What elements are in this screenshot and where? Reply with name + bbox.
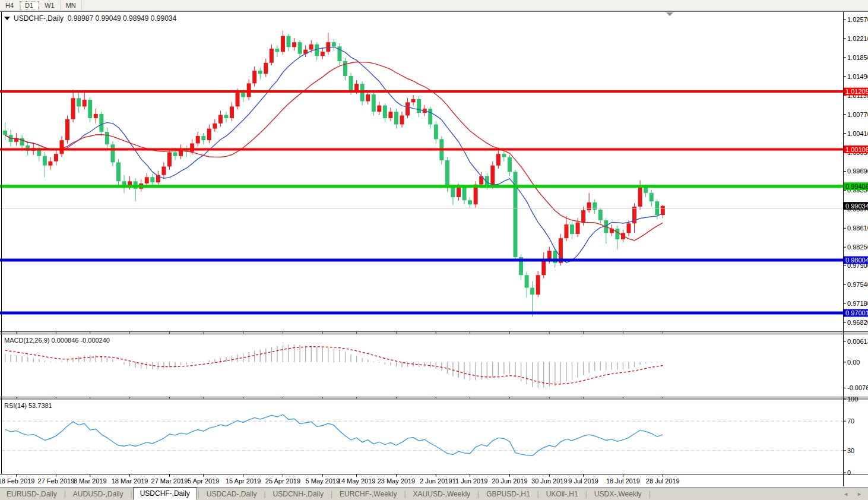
bull-candle-body: [65, 119, 69, 140]
date-label: 27 Feb 2019: [38, 477, 75, 485]
bear-candle-body: [530, 288, 534, 295]
date-label: 18 Mar 2019: [112, 477, 148, 485]
rsi-indicator-value: 53.7381: [28, 402, 52, 409]
bear-candle-body: [451, 188, 455, 197]
price-tick-label: 1.01490: [847, 73, 868, 80]
bull-candle-body: [377, 106, 381, 112]
bull-candle-body: [388, 112, 392, 118]
bull-candle-body: [207, 129, 211, 141]
date-label: 23 May 2019: [378, 477, 416, 485]
price-tick-label: 1.01850: [847, 54, 868, 61]
bear-candle-body: [110, 144, 115, 162]
bear-candle-body: [644, 188, 648, 193]
date-label: 18 Jul 2019: [606, 477, 640, 485]
bear-candle-body: [428, 109, 432, 125]
bull-candle-body: [638, 188, 642, 207]
bull-candle-body: [321, 52, 325, 56]
symbol-dropdown-icon[interactable]: [4, 17, 10, 20]
chart-tab-usdcad-daily[interactable]: USDCAD-,Daily: [200, 489, 264, 499]
bear-candle-body: [514, 172, 518, 257]
bull-candle-body: [60, 140, 64, 154]
bear-candle-body: [615, 229, 619, 239]
bear-candle-body: [394, 112, 398, 124]
chart-canvas[interactable]: 1.025701.022101.018501.014901.011301.007…: [0, 0, 868, 500]
bull-candle-body: [54, 154, 58, 161]
macd-indicator-label: MACD(12,26,9) 0.000846 -0.000240: [4, 337, 110, 344]
chart-tab-audusd-daily[interactable]: AUDUSD-,Daily: [66, 489, 130, 499]
tab-scroll-left-icon[interactable]: ◄: [843, 491, 848, 497]
ma-fast-line: [5, 47, 663, 262]
date-label: 9 Jul 2019: [568, 477, 598, 485]
bear-candle-body: [468, 200, 472, 204]
rsi-tick-label: 70: [847, 417, 854, 425]
price-tick-label: 0.98610: [847, 224, 868, 232]
date-label: 2 Jun 2019: [420, 477, 452, 485]
bear-candle-body: [88, 100, 92, 118]
bear-candle-body: [287, 36, 291, 48]
bear-candle-body: [3, 131, 7, 135]
tab-scroll-right-icon[interactable]: ►: [857, 491, 862, 497]
bear-candle-body: [224, 115, 228, 118]
chart-tab-gbpusd-h1[interactable]: GBPUSD-,H1: [480, 489, 536, 499]
rsi-tick-label: 0: [847, 469, 851, 476]
bear-candle-body: [525, 275, 529, 287]
chart-tab-eurchf-weekly[interactable]: EURCHF-,Weekly: [333, 489, 403, 499]
price-tick-label: 0.96820: [847, 319, 868, 326]
current-price-badge-text: 0.99034: [845, 202, 868, 210]
bull-candle-body: [236, 93, 240, 106]
bull-candle-body: [354, 84, 359, 91]
macd-histogram: [5, 344, 663, 388]
bull-candle-body: [196, 136, 200, 143]
bull-candle-body: [94, 114, 98, 118]
bear-candle-body: [570, 224, 574, 234]
bull-candle-body: [411, 99, 416, 102]
bear-candle-body: [201, 136, 205, 140]
bear-candle-body: [462, 188, 467, 200]
bear-candle-body: [275, 49, 279, 52]
price-tick-label: 1.02210: [847, 35, 868, 42]
bear-candle-body: [173, 153, 178, 156]
bull-candle-body: [230, 106, 234, 118]
rsi-tick-label: 100: [847, 395, 858, 403]
price-level-badge-text: 0.97001: [845, 309, 868, 317]
chart-shift-marker-icon[interactable]: [666, 12, 673, 16]
mt4-terminal-window: { "toolbar": { "timeframes": [ {"label":…: [0, 0, 868, 500]
bear-candle-body: [598, 210, 603, 220]
bull-candle-body: [218, 115, 223, 124]
chart-tab-ukoil-h1[interactable]: UKOil-,H1: [540, 489, 585, 499]
date-label: 15 Apr 2019: [226, 477, 261, 485]
price-level-badge-text: 1.01205: [845, 88, 868, 95]
rsi-tick-label: 30: [847, 447, 854, 454]
date-label: 5 May 2019: [306, 477, 340, 485]
chart-tab-usdx-weekly[interactable]: USDX-,Weekly: [588, 489, 648, 499]
chart-ohlc-values: 0.98987 0.99049 0.98949 0.99034: [68, 14, 177, 23]
rsi-indicator-label: RSI(14) 53.7381: [4, 402, 52, 409]
macd-indicator-values: 0.000846 -0.000240: [51, 337, 109, 344]
chart-tab-usdcnh-daily[interactable]: USDCNH-,Daily: [267, 489, 330, 499]
price-tick-label: 0.99690: [847, 167, 868, 175]
bull-candle-body: [587, 202, 591, 210]
price-tick-label: 1.00410: [847, 130, 868, 137]
bull-candle-body: [71, 98, 75, 119]
bear-candle-body: [315, 45, 319, 56]
bear-candle-body: [150, 177, 154, 182]
chart-tab-eurusd-daily[interactable]: EURUSD-,Daily: [0, 489, 64, 499]
chart-tab-usdchf-daily[interactable]: USDCHF-,Daily: [133, 488, 197, 500]
chart-tab-xauusd-weekly[interactable]: XAUUSD-,Weekly: [407, 489, 477, 499]
bull-candle-body: [281, 36, 285, 52]
bull-candle-body: [581, 210, 585, 222]
bull-candle-body: [366, 94, 370, 102]
bull-candle-body: [541, 260, 546, 275]
bull-candle-body: [252, 71, 256, 83]
price-tick-label: 0.98250: [847, 243, 868, 251]
bull-candle-body: [457, 188, 461, 197]
date-label: 18 Feb 2019: [0, 477, 34, 485]
price-level-badge-text: 0.99406: [845, 183, 868, 190]
bull-candle-body: [536, 275, 540, 295]
bull-candle-body: [167, 153, 172, 167]
bear-candle-body: [343, 61, 347, 76]
date-label: 25 Apr 2019: [265, 477, 300, 485]
price-tick-label: 1.02570: [847, 16, 868, 23]
tab-separator: |: [648, 490, 651, 498]
bear-candle-body: [650, 193, 654, 201]
